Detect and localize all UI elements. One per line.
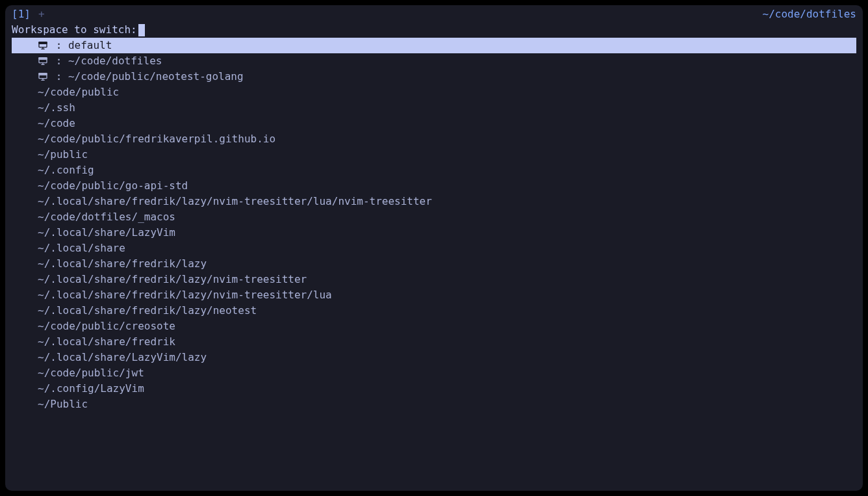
prompt-line: Workspace to switch: [12,22,856,38]
workspace-list[interactable]: : default : ~/code/dotfiles : ~/code/pub… [12,38,856,412]
workspace-item[interactable]: ~/.local/share/fredrik/lazy/neotest [12,303,856,319]
workspace-item[interactable]: ~/code/public/jwt [12,365,856,381]
workspace-item-label: ~/code/public/creosote [38,319,175,334]
workspace-item-label: : default [56,38,112,53]
workspace-item-label: ~/.local/share/fredrik/lazy/nvim-treesit… [38,272,307,287]
workspace-item-label: ~/Public [38,397,88,412]
workspace-item[interactable]: ~/.local/share/fredrik/lazy/nvim-treesit… [12,194,856,209]
workspace-item[interactable]: ~/code/public/fredrikaverpil.github.io [12,131,856,147]
session-path: ~/code/dotfiles [763,7,857,22]
workspace-item-label: ~/code/public [38,85,119,100]
new-tab-button[interactable]: + [38,7,45,22]
workspace-item-label: ~/.local/share/fredrik/lazy/neotest [38,303,257,319]
workspace-item-label: ~/.local/share [38,241,125,256]
workspace-item[interactable]: ~/code/dotfiles/_macos [12,209,856,225]
workspace-item-label: ~/.ssh [38,100,75,116]
workspace-icon [38,38,55,53]
workspace-item-label: ~/.local/share/fredrik/lazy/nvim-treesit… [38,194,432,209]
workspace-item[interactable]: ~/code/public/creosote [12,319,856,334]
workspace-icon [38,69,55,85]
svg-rect-5 [39,58,47,60]
workspace-item[interactable]: : ~/code/dotfiles [12,53,856,69]
workspace-item-label: ~/code/public/fredrikaverpil.github.io [38,131,275,147]
workspace-item-label: ~/public [38,147,88,163]
workspace-item[interactable]: ~/.config/LazyVim [12,381,856,397]
workspace-icon [38,53,55,69]
workspace-item-label: ~/.config/LazyVim [38,381,144,397]
workspace-item-label: ~/code/public/go-api-std [38,178,188,194]
workspace-item[interactable]: ~/.local/share/LazyVim [12,225,856,241]
workspace-item[interactable]: ~/.local/share/fredrik/lazy/nvim-treesit… [12,272,856,287]
workspace-item-label: ~/.local/share/fredrik [38,334,175,350]
workspace-item-label: ~/.local/share/fredrik/lazy [38,256,207,272]
workspace-item[interactable]: ~/code/public [12,85,856,100]
workspace-item-label: ~/.local/share/fredrik/lazy/nvim-treesit… [38,287,332,303]
terminal-window: [1] + ~/code/dotfiles Workspace to switc… [5,5,863,491]
prompt-input-cursor[interactable] [138,24,145,36]
workspace-item[interactable]: ~/.local/share [12,241,856,256]
tab-bar: [1] + ~/code/dotfiles [12,7,856,22]
workspace-item[interactable]: ~/public [12,147,856,163]
workspace-item-label: : ~/code/public/neotest-golang [56,69,244,85]
tab-left-group: [1] + [12,7,45,22]
svg-rect-9 [39,73,47,75]
workspace-item-label: : ~/code/dotfiles [56,53,162,69]
workspace-item[interactable]: ~/code [12,116,856,131]
workspace-item-label: ~/.config [38,163,94,178]
tab-number[interactable]: [1] [12,7,31,22]
workspace-item-label: ~/.local/share/LazyVim/lazy [38,350,207,365]
workspace-item-label: ~/code/dotfiles/_macos [38,209,175,225]
workspace-item[interactable]: ~/code/public/go-api-std [12,178,856,194]
workspace-item[interactable]: ~/.local/share/fredrik [12,334,856,350]
workspace-item[interactable]: ~/.config [12,163,856,178]
workspace-item[interactable]: ~/.ssh [12,100,856,116]
workspace-item-label: ~/code [38,116,75,131]
workspace-item[interactable]: ~/Public [12,397,856,412]
workspace-item[interactable]: ~/.local/share/fredrik/lazy/nvim-treesit… [12,287,856,303]
workspace-item-label: ~/.local/share/LazyVim [38,225,175,241]
prompt-label: Workspace to switch: [12,22,137,38]
workspace-item[interactable]: ~/.local/share/fredrik/lazy [12,256,856,272]
workspace-item[interactable]: : default [12,38,856,53]
workspace-item[interactable]: ~/.local/share/LazyVim/lazy [12,350,856,365]
workspace-item-label: ~/code/public/jwt [38,365,144,381]
svg-rect-1 [39,42,47,44]
workspace-item[interactable]: : ~/code/public/neotest-golang [12,69,856,85]
